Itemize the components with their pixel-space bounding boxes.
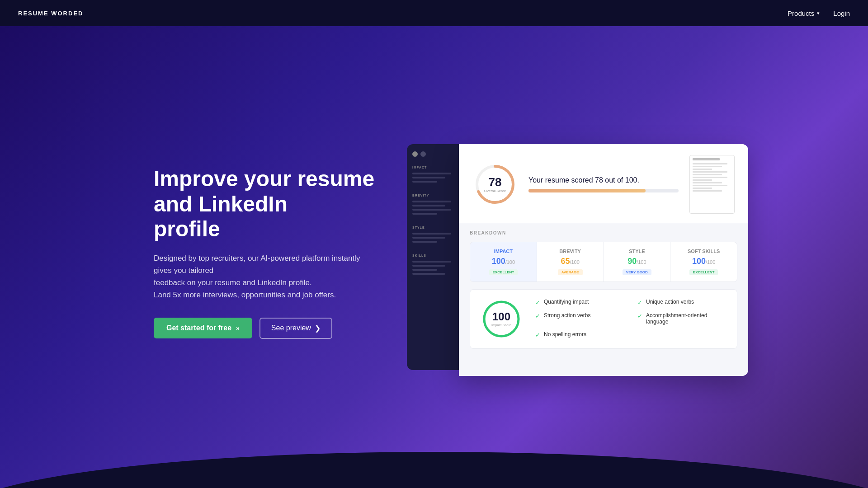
hero-left: Improve your resume and LinkedIn profile… xyxy=(154,166,380,338)
check-quantifying: ✓ Quantifying impact xyxy=(535,299,624,306)
hero-subtext: Designed by top recruiters, our AI-power… xyxy=(154,252,380,301)
mockup-main-panel: 78 Overall Score Your resume scored 78 o… xyxy=(459,144,748,376)
check-unique-verbs: ✓ Unique action verbs xyxy=(637,299,726,306)
impact-score-circle: 100 Impact Score xyxy=(481,299,522,339)
login-link[interactable]: Login xyxy=(833,9,850,17)
get-started-button[interactable]: Get started for free » xyxy=(154,318,252,338)
chevron-down-icon: ▾ xyxy=(817,10,820,16)
check-icon: ✓ xyxy=(535,313,540,319)
arrows-icon: » xyxy=(236,324,240,332)
sidebar-impact: IMPACT xyxy=(412,166,453,185)
score-bar-fill xyxy=(528,189,646,192)
breakdown-card-brevity: BREVITY 65/100 AVERAGE xyxy=(537,242,604,282)
score-header: 78 Overall Score Your resume scored 78 o… xyxy=(459,144,748,223)
sidebar-style: STYLE xyxy=(412,226,453,245)
breakdown-card-style: STYLE 90/100 VERY GOOD xyxy=(604,242,671,282)
score-text: 78 Overall Score xyxy=(484,176,506,193)
breakdown-card-soft-skills: SOFT SKILLS 100/100 EXCELLENT xyxy=(670,242,737,282)
nav-right: Products ▾ Login xyxy=(788,9,850,17)
breakdown-cards: IMPACT 100/100 EXCELLENT BREVITY 65/100 … xyxy=(470,242,737,282)
sidebar-buttons xyxy=(412,151,453,157)
check-icon: ✓ xyxy=(637,313,642,319)
sidebar-btn-2 xyxy=(420,151,426,157)
see-preview-button[interactable]: See preview ❯ xyxy=(259,318,332,339)
products-menu[interactable]: Products ▾ xyxy=(788,9,820,17)
check-accomplishment: ✓ Accomplishment-oriented language xyxy=(637,312,726,325)
check-spelling: ✓ No spelling errors xyxy=(535,331,624,338)
impact-text: 100 Impact Score xyxy=(491,311,511,327)
score-bar xyxy=(528,189,679,192)
navbar: RESUME WORDED Products ▾ Login xyxy=(0,0,868,26)
sidebar-skills: SKILLS xyxy=(412,254,453,277)
hero-section: Improve your resume and LinkedIn profile… xyxy=(0,0,868,488)
mockup-bottom xyxy=(459,349,748,376)
check-icon: ✓ xyxy=(535,332,540,338)
hero-heading: Improve your resume and LinkedIn profile xyxy=(154,166,380,241)
sidebar-btn-1 xyxy=(412,151,418,157)
score-info: Your resume scored 78 out of 100. xyxy=(528,176,679,192)
products-label: Products xyxy=(788,9,814,17)
check-icon: ✓ xyxy=(535,299,540,306)
nav-logo: RESUME WORDED xyxy=(18,10,83,17)
impact-checks: ✓ Quantifying impact ✓ Unique action ver… xyxy=(535,299,726,338)
breakdown-card-impact: IMPACT 100/100 EXCELLENT xyxy=(470,242,537,282)
check-strong-verbs: ✓ Strong action verbs xyxy=(535,312,624,325)
impact-area: 100 Impact Score ✓ Quantifying impact ✓ … xyxy=(470,289,737,349)
check-icon: ✓ xyxy=(637,299,642,306)
mockup-sidebar: IMPACT BREVITY STYLE xyxy=(407,144,459,370)
hero-mockup: IMPACT BREVITY STYLE xyxy=(407,135,723,370)
chevron-down-icon: ❯ xyxy=(315,324,321,333)
overall-score-circle: 78 Overall Score xyxy=(472,162,518,207)
resume-thumbnail xyxy=(689,155,735,214)
breakdown-section: BREAKDOWN IMPACT 100/100 EXCELLENT BREVI… xyxy=(459,223,748,289)
sidebar-brevity: BREVITY xyxy=(412,194,453,217)
hero-buttons: Get started for free » See preview ❯ xyxy=(154,318,380,339)
hero-content: Improve your resume and LinkedIn profile… xyxy=(118,108,750,406)
